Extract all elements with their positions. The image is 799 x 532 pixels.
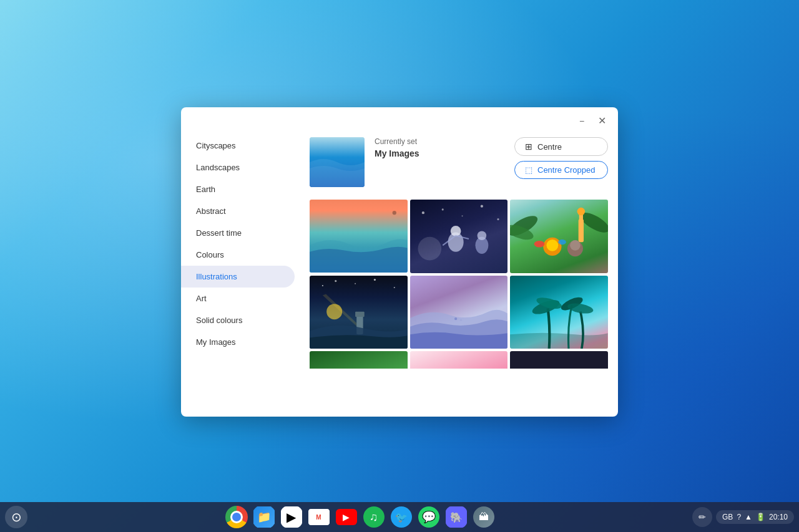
space-svg xyxy=(410,200,508,273)
beach-svg xyxy=(310,200,408,273)
svg-point-21 xyxy=(547,239,559,251)
partial-thumb-2[interactable] xyxy=(410,351,508,369)
launcher-icon: ⊙ xyxy=(11,510,22,525)
taskbar-app-youtube[interactable]: ▶ xyxy=(334,505,359,530)
sidebar-item-art[interactable]: Art xyxy=(181,288,295,309)
sidebar-item-colours[interactable]: Colours xyxy=(181,244,295,266)
dialog-body: Cityscapes Landscapes Earth Abstract Des… xyxy=(181,130,618,417)
svg-rect-33 xyxy=(355,311,365,316)
sidebar-item-dessert-time[interactable]: Dessert time xyxy=(181,222,295,244)
chrome-icon xyxy=(225,506,248,528)
system-tray[interactable]: GB ? ▲ 🔋 20:10 xyxy=(716,510,794,524)
wallpaper-thumb-jungle[interactable] xyxy=(510,200,608,273)
files-icon: 📁 xyxy=(253,506,275,528)
minimize-icon: − xyxy=(579,117,584,125)
svg-point-23 xyxy=(570,240,581,251)
pen-icon: ✏ xyxy=(699,512,706,522)
tropical-svg xyxy=(510,276,608,349)
current-wallpaper-section: Currently set My Images ⊞ Centre ⬚ Centr… xyxy=(310,137,608,187)
svg-point-13 xyxy=(418,237,441,261)
taskbar-app-whatsapp[interactable]: 💬 xyxy=(416,505,441,530)
svg-point-19 xyxy=(577,208,586,216)
wallpaper-thumb-beach[interactable] xyxy=(310,200,408,273)
taskbar-app-photos[interactable]: 🏔 xyxy=(471,505,496,530)
sidebar-item-earth[interactable]: Earth xyxy=(181,178,295,200)
centre-cropped-icon: ⬚ xyxy=(525,165,532,175)
taskbar: ⊙ 📁 ▶ M ▶ ♫ xyxy=(0,502,799,532)
position-buttons: ⊞ Centre ⬚ Centre Cropped xyxy=(514,137,608,179)
sidebar-item-illustrations[interactable]: Illustrations xyxy=(181,266,295,288)
sidebar-item-my-images[interactable]: My Images xyxy=(181,331,295,353)
whatsapp-icon: 💬 xyxy=(418,506,439,528)
current-wallpaper-info: Currently set My Images xyxy=(375,137,504,166)
svg-point-4 xyxy=(461,215,463,216)
taskbar-right: ✏ GB ? ▲ 🔋 20:10 xyxy=(692,507,794,527)
wallpaper-grid xyxy=(310,200,608,349)
currently-set-label: Currently set xyxy=(375,137,504,146)
battery-icon: 🔋 xyxy=(756,513,765,521)
wallpaper-thumb-tropical[interactable] xyxy=(510,276,608,349)
pen-button[interactable]: ✏ xyxy=(692,507,712,527)
centre-cropped-button[interactable]: ⬚ Centre Cropped xyxy=(514,161,608,179)
sidebar-item-landscapes[interactable]: Landscapes xyxy=(181,157,295,178)
centre-button[interactable]: ⊞ Centre xyxy=(514,137,608,156)
wallpaper-thumb-desert[interactable] xyxy=(410,276,508,349)
svg-point-34 xyxy=(454,317,457,320)
wallpaper-thumb-night[interactable] xyxy=(310,276,408,349)
launcher-button[interactable]: ⊙ xyxy=(5,506,27,528)
partial-thumb-3[interactable] xyxy=(510,351,608,369)
taskbar-app-chrome[interactable] xyxy=(224,505,249,530)
clock: 20:10 xyxy=(769,513,788,521)
wallpaper-dialog: − ✕ Cityscapes Landscapes Earth Abstract… xyxy=(181,107,618,417)
svg-point-31 xyxy=(326,304,342,319)
taskbar-center: 📁 ▶ M ▶ ♫ 🐦 💬 xyxy=(224,505,496,530)
taskbar-app-mastodon[interactable]: 🐘 xyxy=(444,505,469,530)
taskbar-app-spotify[interactable]: ♫ xyxy=(361,505,386,530)
taskbar-app-play[interactable]: ▶ xyxy=(279,505,304,530)
current-wallpaper-preview xyxy=(310,137,365,187)
desert-svg xyxy=(410,276,508,349)
desktop: − ✕ Cityscapes Landscapes Earth Abstract… xyxy=(0,0,799,532)
svg-point-2 xyxy=(421,211,424,214)
sidebar-item-cityscapes[interactable]: Cityscapes xyxy=(181,135,295,157)
partial-row xyxy=(310,351,608,369)
svg-point-29 xyxy=(374,278,376,280)
preview-image xyxy=(310,137,365,187)
minimize-button[interactable]: − xyxy=(573,112,591,130)
sidebar: Cityscapes Landscapes Earth Abstract Des… xyxy=(181,130,300,417)
partial-thumb-1[interactable] xyxy=(310,351,408,369)
svg-point-35 xyxy=(460,319,462,321)
help-icon: ? xyxy=(737,513,741,521)
svg-point-1 xyxy=(393,211,396,215)
svg-point-30 xyxy=(394,287,395,288)
svg-point-3 xyxy=(441,208,443,210)
sidebar-item-solid-colours[interactable]: Solid colours xyxy=(181,309,295,331)
play-icon: ▶ xyxy=(281,506,302,528)
svg-point-27 xyxy=(335,280,336,282)
svg-point-8 xyxy=(450,226,461,236)
svg-point-24 xyxy=(534,241,545,247)
taskbar-app-gmail[interactable]: M xyxy=(306,505,331,530)
svg-rect-17 xyxy=(579,220,584,243)
svg-point-6 xyxy=(497,218,499,220)
taskbar-app-files[interactable]: 📁 xyxy=(252,505,277,530)
dialog-header: − ✕ xyxy=(181,107,618,130)
svg-point-25 xyxy=(559,239,567,244)
svg-point-28 xyxy=(355,283,356,284)
main-content: Currently set My Images ⊞ Centre ⬚ Centr… xyxy=(300,130,618,417)
currently-set-name: My Images xyxy=(375,148,504,158)
close-button[interactable]: ✕ xyxy=(593,112,610,130)
jungle-svg xyxy=(510,200,608,273)
taskbar-left: ⊙ xyxy=(5,506,27,528)
region-label: GB xyxy=(722,513,733,521)
taskbar-app-twitter[interactable]: 🐦 xyxy=(389,505,414,530)
photos-icon: 🏔 xyxy=(473,506,494,528)
centre-icon: ⊞ xyxy=(525,142,532,152)
sidebar-item-abstract[interactable]: Abstract xyxy=(181,200,295,222)
svg-point-5 xyxy=(480,205,483,208)
night-svg xyxy=(310,276,408,349)
gmail-icon: M xyxy=(308,509,330,525)
youtube-icon: ▶ xyxy=(336,509,357,525)
mastodon-icon: 🐘 xyxy=(446,506,467,528)
wallpaper-thumb-space[interactable] xyxy=(410,200,508,273)
